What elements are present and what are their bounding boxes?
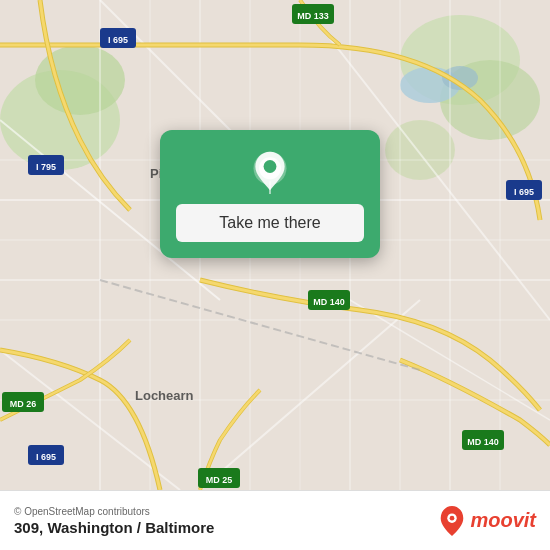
svg-text:I 695: I 695: [514, 187, 534, 197]
svg-text:I 695: I 695: [108, 35, 128, 45]
moovit-pin-icon: [438, 505, 466, 537]
svg-text:I 695: I 695: [36, 452, 56, 462]
svg-text:I 795: I 795: [36, 162, 56, 172]
popup-card: Take me there: [160, 130, 380, 258]
take-me-there-button[interactable]: Take me there: [176, 204, 364, 242]
location-pin-icon: [248, 150, 292, 194]
svg-text:Lochearn: Lochearn: [135, 388, 194, 403]
location-label: 309, Washington / Baltimore: [14, 519, 214, 536]
copyright-text: © OpenStreetMap contributors: [14, 506, 214, 517]
svg-text:MD 26: MD 26: [10, 399, 37, 409]
svg-text:MD 140: MD 140: [467, 437, 499, 447]
bottom-bar: © OpenStreetMap contributors 309, Washin…: [0, 490, 550, 550]
moovit-brand-text: moovit: [470, 509, 536, 532]
svg-text:MD 25: MD 25: [206, 475, 233, 485]
location-id: 309: [14, 519, 39, 536]
svg-point-5: [385, 120, 455, 180]
moovit-logo: moovit: [438, 505, 536, 537]
svg-text:MD 140: MD 140: [313, 297, 345, 307]
map-container: I 695 I 695 I 695 I 795 MD 133 MD 140 MD…: [0, 0, 550, 490]
location-info: © OpenStreetMap contributors 309, Washin…: [14, 506, 214, 536]
svg-text:MD 133: MD 133: [297, 11, 329, 21]
svg-point-57: [450, 515, 455, 520]
svg-point-55: [264, 160, 277, 173]
location-name: Washington / Baltimore: [47, 519, 214, 536]
